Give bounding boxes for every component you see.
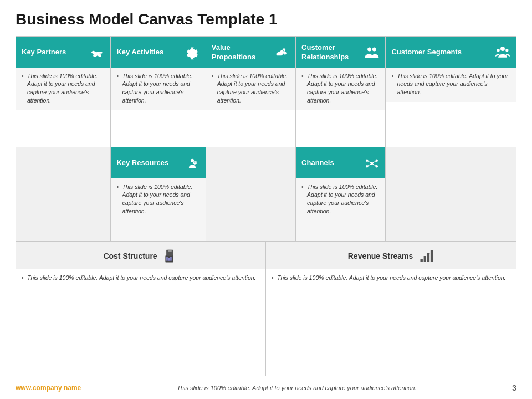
key-resources-column: Key Resources This slide is 100% editabl… — [111, 147, 206, 241]
key-resources-header: Key Resources — [111, 147, 205, 178]
value-propositions-column: Value Propositions This slide is 100% ed… — [206, 37, 296, 147]
customer-segments-text: This slide is 100% editable. Adapt it to… — [391, 72, 510, 96]
key-partners-label: Key Partners — [22, 48, 89, 57]
key-partners-row2 — [16, 147, 111, 241]
business-model-canvas: Key Partners This slide is 100% editable… — [16, 36, 516, 376]
revenue-streams-label: Revenue Streams — [348, 251, 413, 261]
handshake-icon — [89, 45, 105, 60]
cost-structure-text: This slide is 100% editable. Adapt it to… — [22, 274, 260, 282]
svg-line-11 — [367, 161, 372, 163]
channels-column: Channels This slide — [296, 147, 386, 241]
revenue-streams-column: Revenue Streams This slide is 100% edita… — [266, 242, 516, 376]
svg-line-13 — [367, 163, 372, 166]
customer-relationships-header: Customer Relationships — [296, 37, 385, 68]
customer-segments-body: This slide is 100% editable. Adapt it to… — [386, 68, 516, 102]
customer-relationships-body: This slide is 100% editable. Adapt it to… — [296, 68, 385, 110]
svg-point-4 — [505, 49, 508, 52]
row-bottom: Cost Structure This — [16, 242, 516, 376]
svg-point-1 — [372, 47, 376, 51]
gear-icon — [185, 45, 200, 60]
footer-page-number: 3 — [512, 383, 516, 392]
key-partners-text: This slide is 100% editable. Adapt it to… — [22, 72, 105, 105]
revenue-streams-header: Revenue Streams — [266, 242, 516, 269]
cost-structure-body: This slide is 100% editable. Adapt it to… — [16, 269, 265, 376]
svg-point-3 — [497, 49, 500, 52]
key-resources-body: This slide is 100% editable. Adapt it to… — [111, 178, 205, 241]
chart-icon — [418, 248, 434, 264]
key-activities-label: Key Activities — [116, 48, 184, 57]
channels-header: Channels — [296, 147, 385, 178]
channels-label: Channels — [301, 158, 364, 168]
svg-rect-22 — [168, 258, 170, 260]
key-partners-header: Key Partners — [16, 37, 110, 68]
channels-body: This slide is 100% editable. Adapt it to… — [296, 178, 385, 241]
svg-rect-27 — [431, 250, 433, 262]
value-propositions-label: Value Propositions — [212, 43, 274, 62]
svg-line-12 — [372, 161, 377, 163]
svg-rect-23 — [170, 257, 172, 261]
customer-segments-label: Customer Segments — [391, 48, 495, 57]
hand-cash-icon — [274, 45, 290, 60]
channels-text: This slide is 100% editable. Adapt it to… — [301, 183, 380, 216]
row-top: Key Partners This slide is 100% editable… — [16, 37, 516, 147]
value-propositions-body: This slide is 100% editable. Adapt it to… — [206, 68, 295, 110]
gear-person-icon — [185, 156, 200, 171]
svg-line-14 — [372, 163, 377, 166]
customer-segments-column: Customer Segments This slide is 100% edi… — [386, 37, 516, 147]
svg-point-2 — [500, 47, 505, 51]
users-icon — [495, 45, 510, 60]
customer-segments-header: Customer Segments — [386, 37, 516, 68]
key-partners-body: This slide is 100% editable. Adapt it to… — [16, 68, 110, 110]
key-activities-body: This slide is 100% editable. Adapt it to… — [111, 68, 205, 110]
key-activities-column: Key Activities This slide is 100% editab… — [111, 37, 206, 147]
row-middle: Key Resources This slide is 100% editabl… — [16, 147, 516, 242]
svg-point-0 — [368, 47, 372, 51]
customer-seg-row2 — [386, 147, 516, 241]
revenue-streams-body: This slide is 100% editable. Adapt it to… — [266, 269, 516, 376]
footer-website: www.company name — [16, 384, 81, 392]
network-icon — [364, 156, 380, 171]
key-activities-text: This slide is 100% editable. Adapt it to… — [116, 72, 200, 105]
key-resources-text: This slide is 100% editable. Adapt it to… — [116, 183, 200, 216]
page-title: Business Model Canvas Template 1 — [16, 11, 516, 28]
cost-structure-header: Cost Structure — [16, 242, 265, 269]
customer-relationships-label: Customer Relationships — [301, 43, 364, 62]
svg-rect-16 — [168, 249, 171, 252]
revenue-streams-text: This slide is 100% editable. Adapt it to… — [272, 274, 510, 282]
footer: www.company name This slide is 100% edit… — [16, 380, 516, 393]
customer-relationships-text: This slide is 100% editable. Adapt it to… — [301, 72, 380, 105]
svg-rect-17 — [167, 255, 172, 255]
svg-rect-24 — [421, 259, 423, 262]
cost-structure-column: Cost Structure This — [16, 242, 266, 376]
svg-rect-26 — [427, 253, 429, 262]
value-propositions-header: Value Propositions — [206, 37, 295, 68]
document-icon — [163, 248, 178, 264]
key-resources-label: Key Resources — [116, 158, 184, 168]
cost-structure-label: Cost Structure — [103, 251, 157, 261]
key-activities-header: Key Activities — [111, 37, 205, 68]
page: Business Model Canvas Template 1 Key Par… — [0, 0, 532, 399]
people-icon — [364, 45, 380, 60]
svg-rect-21 — [166, 257, 168, 261]
value-propositions-text: This slide is 100% editable. Adapt it to… — [212, 72, 290, 105]
key-partners-column: Key Partners This slide is 100% editable… — [16, 37, 111, 147]
svg-rect-25 — [424, 256, 426, 262]
footer-tagline: This slide is 100% editable. Adapt it to… — [92, 385, 501, 391]
customer-relationships-column: Customer Relationships This slide is 100… — [296, 37, 386, 147]
value-prop-row2 — [206, 147, 296, 241]
